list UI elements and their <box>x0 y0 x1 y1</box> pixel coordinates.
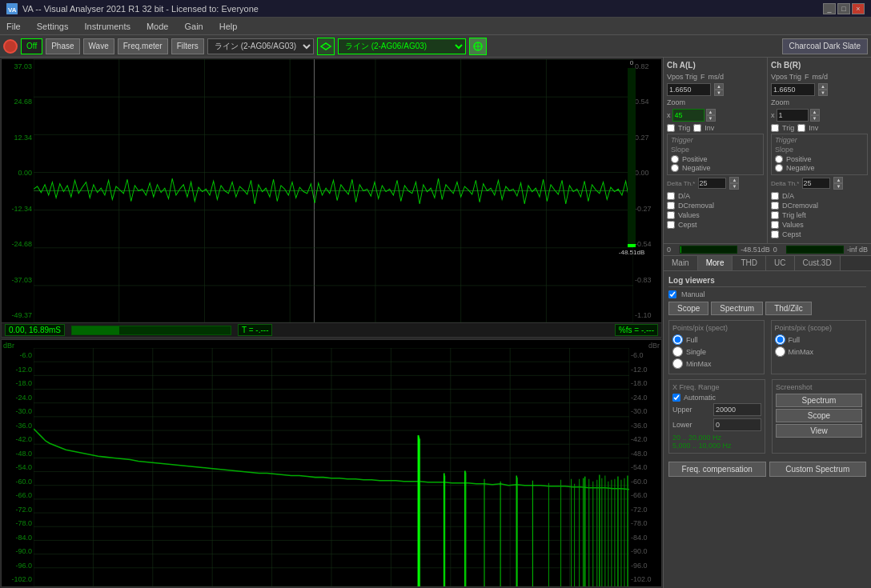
ch-b-zoom-up[interactable]: ▲ <box>810 109 820 115</box>
ch-b-cepst-row: Cepst <box>771 230 868 238</box>
spect-single-radio[interactable] <box>672 346 683 357</box>
ch-a-dc-cb[interactable] <box>667 202 675 210</box>
ch-a-vpos-input[interactable] <box>667 83 711 96</box>
ch-a-zoom-up[interactable]: ▲ <box>706 109 716 115</box>
points-section: Points/pix (spect) Full Single MinMax <box>668 320 866 379</box>
menu-help[interactable]: Help <box>216 20 241 33</box>
ch-a-f-label: F <box>700 73 705 81</box>
ch-b-delta-label: Delta Th.* <box>771 180 799 187</box>
manual-label: Manual <box>681 290 705 298</box>
ch-b-dc-cb[interactable] <box>771 202 779 210</box>
tab-main[interactable]: Main <box>664 256 698 270</box>
scope-y-label-0: 37.03 <box>3 62 32 70</box>
thd-zilc-btn[interactable]: Thd/Zilc <box>765 302 812 315</box>
ch-a-positive-radio[interactable] <box>671 155 679 163</box>
menu-instruments[interactable]: Instruments <box>81 20 133 33</box>
ch-b-vpos-spinner: ▲ ▼ <box>818 83 828 96</box>
ch-b-delta-down[interactable]: ▼ <box>833 183 843 190</box>
manual-checkbox[interactable] <box>668 290 676 298</box>
wave-button[interactable]: Wave <box>83 38 114 54</box>
ch-a-trig-cb[interactable] <box>667 124 675 132</box>
freq-lower-label: Lower <box>672 421 708 429</box>
menu-gain[interactable]: Gain <box>181 20 206 33</box>
ch-b-cepst-cb[interactable] <box>771 230 779 238</box>
ch-b-zoom-down[interactable]: ▼ <box>810 115 820 122</box>
scope-time-bar <box>71 326 231 335</box>
ch-a-vpos-down[interactable]: ▼ <box>714 90 724 96</box>
ch-b-da-cb[interactable] <box>771 192 779 200</box>
ch-a-cepst-cb[interactable] <box>667 221 675 229</box>
menu-bar: File Settings Instruments Mode Gain Help <box>0 18 871 35</box>
ch-a-delta-input[interactable] <box>698 178 726 189</box>
ch-b-values-row: Values <box>771 221 868 229</box>
ch-b-vpos-input[interactable] <box>771 83 815 96</box>
menu-settings[interactable]: Settings <box>34 20 72 33</box>
ch-b-inv-cb[interactable] <box>797 124 805 132</box>
ch-b-values-cb[interactable] <box>771 221 779 229</box>
tab-uc[interactable]: UC <box>766 256 794 270</box>
freq-meter-button[interactable]: Freq.meter <box>118 38 168 54</box>
tab-thd[interactable]: THD <box>733 256 766 270</box>
freq-comp-btn[interactable]: Freq. compensation <box>668 462 766 477</box>
points-scope-section: Points/pix (scope) Full MinMax <box>771 320 867 374</box>
ch-a-da-cb[interactable] <box>667 192 675 200</box>
scope-display: 37.03 24.68 12.34 0.00 -12.34 -24.68 -37… <box>1 58 662 338</box>
channel-controls: Ch A(L) Vpos Trig F ms/d ▲ ▼ Zoom <box>664 58 871 244</box>
ch-b-delta-input[interactable] <box>802 178 830 189</box>
freq-lower-input[interactable] <box>713 418 761 431</box>
ch-a-zoom-down[interactable]: ▼ <box>706 115 716 122</box>
view-btn[interactable]: View <box>776 424 862 438</box>
freq-auto-cb[interactable] <box>672 394 680 402</box>
level-left-value2: 0 <box>773 246 783 254</box>
routing-icon[interactable] <box>469 38 487 55</box>
screenshot-section: Screenshot Spectrum Scope View <box>772 379 866 454</box>
ch-b-vpos-down[interactable]: ▼ <box>818 90 828 96</box>
channel-select-left[interactable]: ライン (2-AG06/AG03) <box>207 38 314 54</box>
maximize-btn[interactable]: □ <box>837 3 850 14</box>
ch-a-values-cb[interactable] <box>667 211 675 219</box>
ch-b-trig-left-cb[interactable] <box>771 211 779 219</box>
ch-a-vpos-up[interactable]: ▲ <box>714 83 724 90</box>
close-btn[interactable]: × <box>852 3 865 14</box>
ch-b-delta-up[interactable]: ▲ <box>833 177 843 183</box>
spectrum-log-btn[interactable]: Spectrum <box>711 302 763 315</box>
scope-log-btn[interactable]: Scope <box>668 302 708 315</box>
menu-mode[interactable]: Mode <box>143 20 172 33</box>
tab-cust3d[interactable]: Cust.3D <box>795 256 841 270</box>
level-left-value: 0 <box>667 246 676 254</box>
level-bar-a <box>680 246 737 254</box>
ch-b-positive-radio[interactable] <box>775 155 783 163</box>
phase-button[interactable]: Phase <box>46 38 79 54</box>
ch-a-delta-down[interactable]: ▼ <box>729 183 739 190</box>
off-button[interactable]: Off <box>21 38 42 54</box>
scope-minmax-row: MinMax <box>775 346 863 357</box>
ch-b-f-label: F <box>805 73 809 81</box>
menu-file[interactable]: File <box>3 20 24 33</box>
ch-a-inv-cb[interactable] <box>693 124 701 132</box>
level-right-value-spectrum: -inf dB <box>847 246 868 254</box>
spect-minmax-radio[interactable] <box>672 358 683 369</box>
ch-b-trig-cb[interactable] <box>771 124 779 132</box>
filters-button[interactable]: Filters <box>171 38 204 54</box>
ch-b-negative-radio[interactable] <box>775 164 783 172</box>
channel-select-right[interactable]: ライン (2-AG06/AG03) <box>338 38 466 54</box>
ch-a-zoom-input[interactable] <box>672 109 704 122</box>
custom-spectrum-btn[interactable]: Custom Spectrum <box>769 462 867 477</box>
spect-full-row: Full <box>672 334 761 345</box>
spect-full-radio[interactable] <box>672 334 683 345</box>
tab-more[interactable]: More <box>698 256 733 270</box>
ch-a-negative-radio[interactable] <box>671 164 679 172</box>
scope-ss-btn[interactable]: Scope <box>776 409 862 422</box>
ch-b-zoom-input[interactable] <box>777 109 809 122</box>
scope-minmax-radio[interactable] <box>775 346 785 357</box>
toolbar: Off Phase Wave Freq.meter Filters ライン (2… <box>0 35 871 58</box>
freq-upper-input[interactable] <box>713 403 761 416</box>
ch-b-positive-label: Positive <box>786 155 812 163</box>
spectrum-ss-btn[interactable]: Spectrum <box>776 394 862 407</box>
ch-b-vpos-up[interactable]: ▲ <box>818 83 828 90</box>
ch-a-vpos-row: Vpos Trig F ms/d <box>667 73 764 81</box>
ch-a-delta-spinner: ▲ ▼ <box>729 177 739 190</box>
scope-full-radio[interactable] <box>775 334 785 345</box>
minimize-btn[interactable]: _ <box>823 3 836 14</box>
ch-a-delta-up[interactable]: ▲ <box>729 177 739 183</box>
